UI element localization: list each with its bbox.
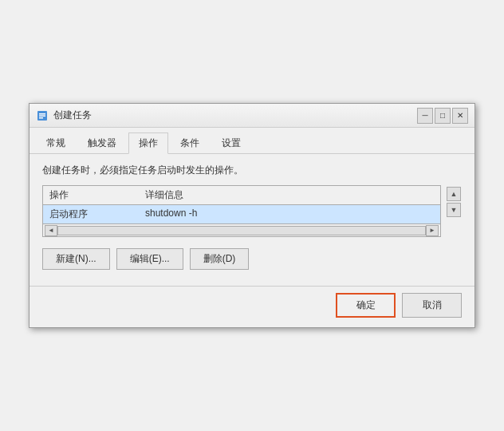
- close-button[interactable]: ✕: [452, 108, 468, 124]
- detail-cell: shutdown -h: [142, 208, 437, 221]
- svg-rect-3: [39, 117, 43, 119]
- scroll-left-button[interactable]: ◄: [45, 225, 57, 236]
- description-text: 创建任务时，必须指定任务启动时发生的操作。: [42, 164, 462, 177]
- tab-settings[interactable]: 设置: [211, 132, 251, 154]
- col-header-action: 操作: [46, 188, 142, 202]
- table-header: 操作 详细信息: [43, 186, 440, 205]
- tab-general[interactable]: 常规: [36, 132, 76, 154]
- scroll-up-button[interactable]: ▲: [447, 187, 461, 201]
- horizontal-scrollbar[interactable]: ◄ ►: [43, 223, 440, 236]
- footer: 确定 取消: [30, 286, 474, 327]
- create-task-dialog: 创建任务 ─ □ ✕ 常规 触发器 操作 条件 设置 创建任务时，必须指定任务启…: [29, 103, 475, 328]
- title-bar: 创建任务 ─ □ ✕: [30, 104, 474, 128]
- ok-button[interactable]: 确定: [336, 293, 396, 318]
- maximize-button[interactable]: □: [435, 108, 451, 124]
- delete-action-button[interactable]: 删除(D): [190, 248, 250, 270]
- vertical-scroll-buttons: ▲ ▼: [446, 185, 462, 237]
- action-cell: 启动程序: [46, 208, 142, 221]
- tab-trigger[interactable]: 触发器: [77, 132, 127, 154]
- new-action-button[interactable]: 新建(N)...: [42, 248, 110, 270]
- title-bar-buttons: ─ □ ✕: [417, 108, 468, 124]
- tab-bar: 常规 触发器 操作 条件 设置: [30, 128, 474, 154]
- table-row[interactable]: 启动程序 shutdown -h: [43, 205, 440, 223]
- scroll-right-button[interactable]: ►: [426, 225, 439, 236]
- action-table: 操作 详细信息 启动程序 shutdown -h ◄ ►: [42, 185, 441, 237]
- scroll-down-button[interactable]: ▼: [447, 203, 461, 217]
- hscroll-track[interactable]: [57, 226, 426, 235]
- title-bar-left: 创建任务: [36, 109, 92, 122]
- table-body: 启动程序 shutdown -h: [43, 205, 440, 223]
- svg-rect-1: [39, 113, 45, 115]
- content-area: 创建任务时，必须指定任务启动时发生的操作。 操作 详细信息 启动程序 shutd…: [30, 154, 474, 286]
- task-icon: [36, 109, 49, 122]
- minimize-button[interactable]: ─: [417, 108, 433, 124]
- table-area: 操作 详细信息 启动程序 shutdown -h ◄ ► ▲: [42, 185, 462, 237]
- edit-action-button[interactable]: 编辑(E)...: [116, 248, 183, 270]
- tab-action[interactable]: 操作: [128, 132, 168, 154]
- cancel-button[interactable]: 取消: [402, 293, 462, 318]
- col-header-detail: 详细信息: [142, 188, 437, 202]
- action-buttons-row: 新建(N)... 编辑(E)... 删除(D): [42, 245, 462, 276]
- tab-condition[interactable]: 条件: [170, 132, 210, 154]
- svg-rect-2: [39, 115, 45, 117]
- window-title: 创建任务: [53, 109, 92, 122]
